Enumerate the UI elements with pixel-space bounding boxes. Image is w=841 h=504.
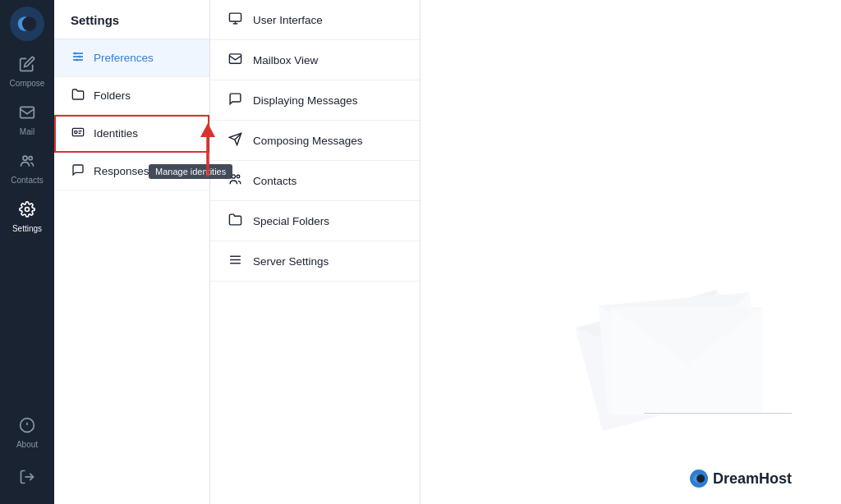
responses-label: Responses	[94, 165, 149, 177]
compose-icon	[19, 56, 35, 76]
nav-bottom: About	[13, 409, 41, 504]
identities-label: Identities	[94, 127, 138, 140]
svg-point-42	[696, 474, 705, 483]
nav-item-about[interactable]: About	[13, 409, 41, 457]
contacts-icon	[18, 153, 36, 173]
settings-icon	[19, 201, 35, 222]
folders-icon	[71, 88, 85, 103]
mailbox-view-icon	[227, 52, 243, 68]
nav-bar: Compose Mail Contacts S	[0, 0, 54, 504]
main-content: DreamHost	[420, 0, 841, 504]
svg-point-1	[22, 16, 36, 30]
contacts-label: Contacts	[11, 176, 43, 185]
svg-point-4	[29, 157, 32, 160]
contacts-pref-label: Contacts	[253, 175, 296, 187]
special-folders-label: Special Folders	[253, 215, 329, 227]
pref-user-interface[interactable]: User Interface	[210, 0, 420, 40]
pref-displaying-messages[interactable]: Displaying Messages	[210, 80, 420, 121]
user-interface-icon	[227, 11, 243, 28]
preferences-submenu: User Interface Mailbox View Displaying M…	[210, 0, 420, 504]
compose-label: Compose	[10, 79, 45, 88]
svg-point-29	[237, 175, 240, 178]
dreamhost-text: DreamHost	[713, 470, 792, 488]
svg-point-3	[23, 156, 27, 160]
pref-server-settings[interactable]: Server Settings	[210, 241, 420, 282]
settings-menu-responses[interactable]: Responses Manage identities	[54, 153, 209, 190]
nav-item-mail[interactable]: Mail	[0, 96, 54, 144]
server-settings-label: Server Settings	[253, 255, 329, 268]
logout-icon	[19, 469, 35, 489]
svg-rect-22	[229, 13, 241, 21]
mail-label: Mail	[20, 127, 34, 136]
folders-label: Folders	[94, 89, 131, 102]
settings-menu-folders[interactable]: Folders	[54, 77, 209, 115]
nav-item-logout[interactable]	[13, 460, 41, 497]
preferences-icon	[71, 50, 85, 66]
pref-contacts[interactable]: Contacts	[210, 161, 420, 201]
svg-point-5	[25, 208, 30, 212]
pref-mailbox-view[interactable]: Mailbox View	[210, 40, 420, 80]
nav-item-contacts[interactable]: Contacts	[0, 144, 54, 193]
divider-line	[644, 413, 792, 414]
about-label: About	[16, 440, 38, 449]
user-interface-label: User Interface	[253, 14, 323, 26]
settings-title: Settings	[54, 0, 209, 39]
svg-rect-2	[21, 107, 34, 117]
server-settings-icon	[227, 253, 243, 269]
pref-special-folders[interactable]: Special Folders	[210, 201, 420, 241]
preferences-label: Preferences	[94, 52, 154, 64]
settings-menu-preferences[interactable]: Preferences	[54, 39, 209, 77]
displaying-messages-icon	[227, 92, 243, 108]
composing-messages-label: Composing Messages	[253, 135, 363, 147]
svg-rect-25	[229, 54, 241, 63]
identities-icon	[71, 126, 85, 141]
special-folders-icon	[227, 213, 243, 229]
contacts-pref-icon	[227, 172, 243, 189]
settings-panel: Settings Preferences Folders	[54, 0, 210, 504]
about-icon	[19, 417, 35, 438]
pref-composing-messages[interactable]: Composing Messages	[210, 121, 420, 161]
responses-icon	[71, 163, 85, 179]
svg-point-17	[75, 131, 77, 133]
mailbox-view-label: Mailbox View	[253, 54, 318, 66]
dreamhost-logo: DreamHost	[690, 470, 792, 488]
displaying-messages-label: Displaying Messages	[253, 94, 358, 107]
envelope-decoration	[562, 258, 792, 438]
settings-label: Settings	[12, 224, 42, 233]
svg-point-28	[232, 175, 235, 178]
dreamhost-icon	[690, 470, 708, 488]
composing-messages-icon	[227, 132, 243, 149]
settings-menu-identities[interactable]: Identities	[54, 115, 209, 153]
app-logo	[10, 7, 44, 41]
mail-icon	[19, 104, 35, 125]
nav-item-compose[interactable]: Compose	[0, 48, 54, 96]
nav-item-settings[interactable]: Settings	[0, 193, 54, 241]
